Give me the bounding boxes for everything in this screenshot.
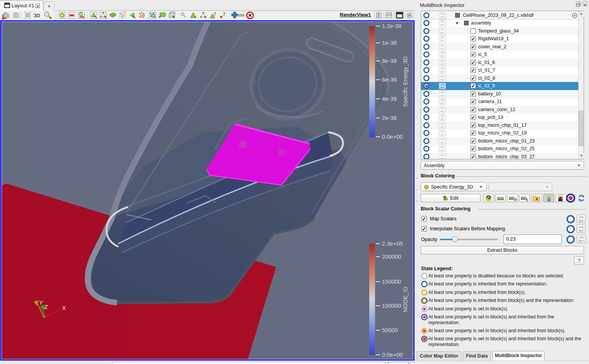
svg-text:2e-39: 2e-39 (382, 115, 397, 121)
svg-text:50000: 50000 (382, 327, 398, 333)
svg-text:3D: 3D (34, 13, 40, 18)
svg-text:Y: Y (39, 299, 43, 306)
svg-text:1.2e-38: 1.2e-38 (382, 23, 401, 29)
svg-text:?: ? (223, 11, 225, 17)
svg-text:NODE_ID: NODE_ID (402, 286, 408, 312)
svg-text:t: t (526, 197, 528, 202)
svg-text:0.0e+00: 0.0e+00 (382, 133, 403, 140)
svg-text:c: c (515, 198, 517, 202)
svg-text:Specific Energy_3D: Specific Energy_3D (402, 56, 408, 107)
svg-text:150000: 150000 (382, 278, 401, 285)
svg-text:8e-39: 8e-39 (382, 57, 397, 64)
svg-text:0.0e+00: 0.0e+00 (382, 351, 403, 358)
svg-text:e: e (559, 195, 562, 201)
svg-text:4e-39: 4e-39 (382, 95, 397, 102)
svg-text:6e-39: 6e-39 (382, 76, 397, 83)
svg-text:2.3e+05: 2.3e+05 (382, 240, 403, 247)
svg-text:1e-38: 1e-38 (382, 39, 397, 46)
svg-text:X: X (62, 305, 66, 311)
svg-text:100000: 100000 (382, 302, 401, 309)
svg-text:?: ? (214, 11, 216, 17)
svg-text:Z: Z (44, 303, 48, 310)
svg-text:200000: 200000 (382, 253, 401, 260)
